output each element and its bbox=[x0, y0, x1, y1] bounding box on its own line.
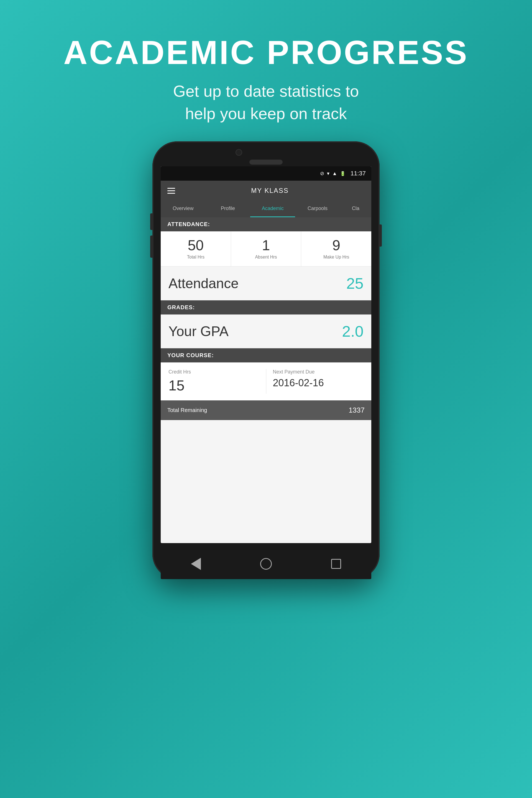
phone-camera bbox=[235, 149, 242, 156]
volume-down-button[interactable] bbox=[150, 235, 152, 258]
phone-shell: ⊘ ▾ ▲ 🔋 11:37 MY KLASS Overview Profile bbox=[152, 141, 380, 579]
attendance-stats-row: 50 Total Hrs 1 Absent Hrs 9 Make Up Hrs bbox=[161, 231, 371, 267]
recents-button[interactable] bbox=[329, 556, 344, 572]
tab-overview[interactable]: Overview bbox=[161, 201, 206, 217]
tab-carpools[interactable]: Carpools bbox=[295, 201, 340, 217]
course-row: Credit Hrs 15 Next Payment Due 2016-02-1… bbox=[169, 369, 363, 394]
home-icon bbox=[260, 558, 272, 570]
gpa-label: Your GPA bbox=[169, 323, 229, 339]
total-hrs-value: 50 bbox=[165, 238, 226, 252]
next-payment-value: 2016-02-16 bbox=[273, 377, 364, 389]
status-icons: ⊘ ▾ ▲ 🔋 11:37 bbox=[320, 170, 366, 177]
tab-academic[interactable]: Academic bbox=[250, 201, 295, 217]
status-bar: ⊘ ▾ ▲ 🔋 11:37 bbox=[161, 166, 371, 180]
status-time: 11:37 bbox=[350, 170, 366, 177]
gpa-value: 2.0 bbox=[342, 322, 363, 340]
absent-hrs-cell: 1 Absent Hrs bbox=[231, 231, 302, 266]
battery-icon: 🔋 bbox=[340, 171, 345, 176]
attendance-header: ATTENDANCE: bbox=[161, 217, 371, 231]
next-payment-label: Next Payment Due bbox=[273, 369, 364, 375]
hamburger-menu-button[interactable] bbox=[167, 188, 175, 194]
total-hrs-label: Total Hrs bbox=[165, 255, 226, 260]
credit-hrs-label: Credit Hrs bbox=[169, 369, 259, 375]
tab-classes[interactable]: Cla bbox=[340, 201, 371, 217]
tab-profile[interactable]: Profile bbox=[206, 201, 250, 217]
course-details: Credit Hrs 15 Next Payment Due 2016-02-1… bbox=[161, 362, 371, 400]
total-remaining-value: 1337 bbox=[348, 406, 365, 415]
course-header: YOUR COURSE: bbox=[161, 348, 371, 362]
grades-header: GRADES: bbox=[161, 300, 371, 315]
no-signal-icon: ⊘ bbox=[320, 170, 324, 176]
app-bar-title: MY KLASS bbox=[175, 187, 365, 194]
back-button[interactable] bbox=[188, 556, 203, 572]
phone-speaker bbox=[249, 159, 283, 165]
credit-hrs-cell: Credit Hrs 15 bbox=[169, 369, 266, 394]
credit-hrs-value: 15 bbox=[169, 377, 259, 394]
power-button[interactable] bbox=[380, 225, 382, 247]
volume-up-button[interactable] bbox=[150, 213, 152, 230]
makeup-hrs-cell: 9 Make Up Hrs bbox=[301, 231, 371, 266]
app-bar: MY KLASS bbox=[161, 180, 371, 201]
page-subtitle: Get up to date statistics tohelp you kee… bbox=[63, 80, 469, 125]
tabs-bar: Overview Profile Academic Carpools Cla bbox=[161, 201, 371, 217]
total-remaining-label: Total Remaining bbox=[167, 407, 207, 413]
next-payment-cell: Next Payment Due 2016-02-16 bbox=[266, 369, 364, 394]
total-remaining-bar: Total Remaining 1337 bbox=[161, 400, 371, 420]
attendance-value: 25 bbox=[346, 274, 363, 292]
phone-screen: ⊘ ▾ ▲ 🔋 11:37 MY KLASS Overview Profile bbox=[161, 166, 371, 543]
page-title: ACADEMIC PROGRESS bbox=[63, 33, 469, 72]
absent-hrs-label: Absent Hrs bbox=[235, 255, 297, 260]
back-icon bbox=[191, 558, 201, 570]
content-area: ATTENDANCE: 50 Total Hrs 1 Absent Hrs 9 … bbox=[161, 217, 371, 420]
makeup-hrs-value: 9 bbox=[306, 238, 367, 252]
attendance-big-stat: Attendance 25 bbox=[161, 267, 371, 300]
gpa-stat: Your GPA 2.0 bbox=[161, 315, 371, 348]
recents-icon bbox=[331, 559, 341, 569]
signal-icon: ▲ bbox=[332, 171, 337, 176]
bottom-nav bbox=[161, 549, 371, 579]
total-hrs-cell: 50 Total Hrs bbox=[161, 231, 231, 266]
makeup-hrs-label: Make Up Hrs bbox=[306, 255, 367, 260]
wifi-icon: ▾ bbox=[327, 170, 329, 176]
home-button[interactable] bbox=[258, 556, 273, 572]
page-header: ACADEMIC PROGRESS Get up to date statist… bbox=[63, 0, 469, 141]
absent-hrs-value: 1 bbox=[235, 238, 297, 252]
attendance-label: Attendance bbox=[169, 276, 239, 291]
